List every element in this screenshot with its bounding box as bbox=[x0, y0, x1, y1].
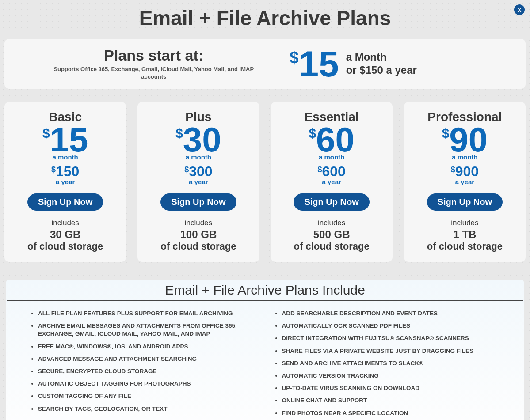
supports-text: Supports Office 365, Exchange, Gmail, iC… bbox=[52, 66, 255, 81]
plan-card: Essential $ 60 a month $ 600 a year Sign… bbox=[271, 102, 393, 262]
hero-per-year: or $150 a year bbox=[346, 64, 417, 77]
feature-item: CUSTOM TAGGING OF ANY FILE bbox=[38, 392, 256, 400]
plan-yearly-price: $ 300 bbox=[143, 165, 254, 178]
plan-yearly-price: $ 600 bbox=[276, 165, 387, 178]
storage-suffix: of cloud storage bbox=[409, 241, 520, 252]
close-icon: X bbox=[518, 7, 522, 13]
feature-item: AUTOMATIC VERSION TRACKING bbox=[282, 372, 500, 380]
includes-label: includes bbox=[10, 219, 121, 227]
plan-yearly-value: 900 bbox=[455, 165, 479, 178]
currency-symbol: $ bbox=[51, 166, 56, 173]
hero-price-sub: a Month or $150 a year bbox=[346, 50, 417, 77]
plan-monthly-price: $ 90 bbox=[409, 125, 520, 154]
per-year-label: a year bbox=[143, 178, 254, 185]
hero-price: $ 15 bbox=[290, 49, 339, 79]
feature-item: UP-TO-DATE VIRUS SCANNING ON DOWNLOAD bbox=[282, 384, 500, 392]
storage-suffix: of cloud storage bbox=[276, 241, 387, 252]
per-year-label: a year bbox=[276, 178, 387, 185]
currency-symbol: $ bbox=[184, 166, 189, 173]
plan-card: Basic $ 15 a month $ 150 a year Sign Up … bbox=[4, 102, 126, 262]
features-panel: Email + File Archive Plans Include ALL F… bbox=[6, 280, 524, 420]
page-title: Email + File Archive Plans bbox=[0, 0, 530, 33]
feature-item: SEARCH BY TAGS, GEOLOCATION, OR TEXT bbox=[38, 405, 256, 413]
includes-label: includes bbox=[409, 219, 520, 227]
plan-yearly-price: $ 900 bbox=[409, 165, 520, 178]
plan-yearly-value: 600 bbox=[322, 165, 345, 178]
plans-start-at: Plans start at: bbox=[18, 47, 290, 64]
feature-item: FIND PHOTOS NEAR A SPECIFIC LOCATION bbox=[282, 409, 500, 417]
storage-amount: 1 TB bbox=[409, 228, 520, 241]
plan-monthly-value: 60 bbox=[316, 125, 355, 154]
features-title: Email + File Archive Plans Include bbox=[6, 283, 524, 298]
hero-price-value: 15 bbox=[298, 49, 339, 79]
includes-label: includes bbox=[143, 219, 254, 227]
plan-monthly-price: $ 60 bbox=[276, 125, 387, 154]
close-button[interactable]: X bbox=[514, 4, 525, 15]
feature-item: ALL FILE PLAN FEATURES PLUS SUPPORT FOR … bbox=[38, 310, 256, 318]
features-right: ADD SEARCHABLE DESCRIPTION AND EVENT DAT… bbox=[274, 305, 500, 420]
plan-monthly-price: $ 30 bbox=[143, 125, 254, 154]
hero-per-month: a Month bbox=[346, 50, 417, 64]
per-month-label: a month bbox=[10, 153, 121, 161]
storage-amount: 30 GB bbox=[10, 228, 121, 241]
feature-item: ADD SEARCHABLE DESCRIPTION AND EVENT DAT… bbox=[282, 310, 500, 318]
plan-card: Professional $ 90 a month $ 900 a year S… bbox=[404, 102, 526, 262]
plans-row: Basic $ 15 a month $ 150 a year Sign Up … bbox=[4, 102, 526, 262]
feature-item: FREE MAC®, WINDOWS®, IOS, AND ANDROID AP… bbox=[38, 343, 256, 351]
plan-yearly-price: $ 150 bbox=[10, 165, 121, 178]
currency-symbol: $ bbox=[442, 128, 450, 139]
per-month-label: a month bbox=[143, 153, 254, 161]
per-month-label: a month bbox=[409, 153, 520, 161]
storage-amount: 100 GB bbox=[143, 228, 254, 241]
per-month-label: a month bbox=[276, 153, 387, 161]
storage-suffix: of cloud storage bbox=[10, 241, 121, 252]
plan-monthly-value: 30 bbox=[183, 125, 221, 154]
currency-symbol: $ bbox=[42, 128, 50, 139]
features-left: ALL FILE PLAN FEATURES PLUS SUPPORT FOR … bbox=[30, 305, 256, 420]
feature-item: ADVANCED MESSAGE AND ATTACHMENT SEARCHIN… bbox=[38, 355, 256, 363]
signup-button[interactable]: Sign Up Now bbox=[160, 193, 236, 211]
plan-yearly-value: 150 bbox=[56, 165, 79, 178]
plan-monthly-value: 90 bbox=[449, 125, 488, 154]
currency-symbol: $ bbox=[290, 51, 298, 65]
signup-button[interactable]: Sign Up Now bbox=[427, 193, 503, 211]
feature-item: ONLINE CHAT AND SUPPORT bbox=[282, 397, 500, 405]
currency-symbol: $ bbox=[175, 128, 183, 139]
currency-symbol: $ bbox=[451, 166, 455, 173]
plan-yearly-value: 300 bbox=[189, 165, 212, 178]
feature-item: SECURE, ENCRYPTED CLOUD STORAGE bbox=[38, 367, 256, 375]
includes-label: includes bbox=[276, 219, 387, 227]
plan-monthly-price: $ 15 bbox=[10, 125, 121, 154]
per-year-label: a year bbox=[10, 178, 121, 185]
feature-item: ARCHIVE EMAIL MESSAGES AND ATTACHMENTS F… bbox=[38, 322, 256, 338]
storage-amount: 500 GB bbox=[276, 228, 387, 241]
divider bbox=[7, 280, 523, 280]
signup-button[interactable]: Sign Up Now bbox=[294, 193, 369, 211]
currency-symbol: $ bbox=[309, 128, 316, 139]
hero-panel: Plans start at: Supports Office 365, Exc… bbox=[4, 39, 526, 89]
currency-symbol: $ bbox=[317, 166, 322, 173]
signup-button[interactable]: Sign Up Now bbox=[27, 193, 103, 211]
plan-card: Plus $ 30 a month $ 300 a year Sign Up N… bbox=[137, 102, 259, 262]
feature-item: DIRECT INTEGRATION WITH FUJITSU® SCANSNA… bbox=[282, 334, 500, 342]
plan-monthly-value: 15 bbox=[50, 125, 88, 154]
per-year-label: a year bbox=[409, 178, 520, 185]
feature-item: AUTOMATIC OBJECT TAGGING FOR PHOTOGRAPHS bbox=[38, 380, 256, 388]
storage-suffix: of cloud storage bbox=[143, 241, 254, 252]
feature-item: SHARE FILES VIA A PRIVATE WEBSITE JUST B… bbox=[282, 347, 500, 355]
feature-item: SEND AND ARCHIVE ATTACHMENTS TO SLACK® bbox=[282, 359, 500, 367]
feature-item: AUTOMATICALLY OCR SCANNED PDF FILES bbox=[282, 322, 500, 330]
